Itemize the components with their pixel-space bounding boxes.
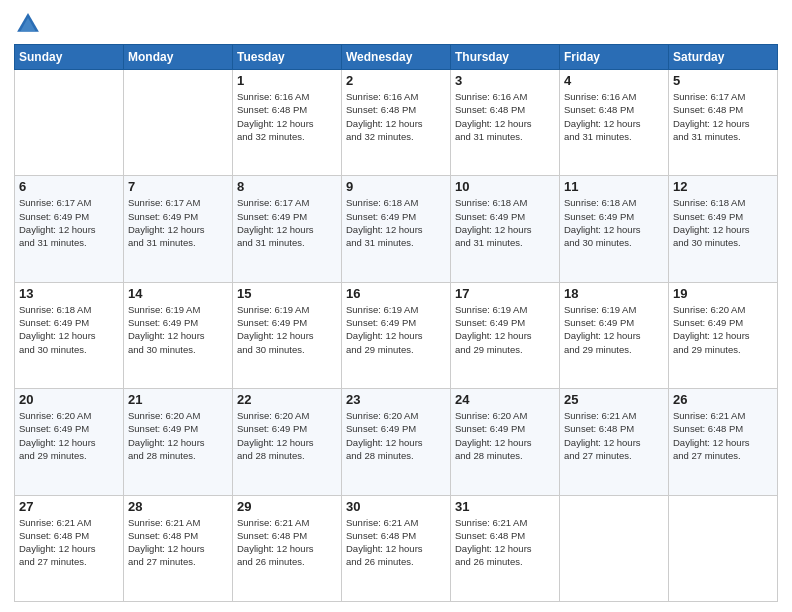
day-info: Sunrise: 6:17 AMSunset: 6:49 PMDaylight:… (19, 196, 119, 249)
day-number: 16 (346, 286, 446, 301)
day-number: 3 (455, 73, 555, 88)
day-number: 8 (237, 179, 337, 194)
day-number: 17 (455, 286, 555, 301)
calendar-cell: 30Sunrise: 6:21 AMSunset: 6:48 PMDayligh… (342, 495, 451, 601)
day-number: 21 (128, 392, 228, 407)
header (14, 10, 778, 38)
day-number: 6 (19, 179, 119, 194)
calendar-cell: 20Sunrise: 6:20 AMSunset: 6:49 PMDayligh… (15, 389, 124, 495)
calendar-cell: 26Sunrise: 6:21 AMSunset: 6:48 PMDayligh… (669, 389, 778, 495)
calendar-week-row: 13Sunrise: 6:18 AMSunset: 6:49 PMDayligh… (15, 282, 778, 388)
calendar-cell: 5Sunrise: 6:17 AMSunset: 6:48 PMDaylight… (669, 70, 778, 176)
calendar-cell (669, 495, 778, 601)
day-info: Sunrise: 6:19 AMSunset: 6:49 PMDaylight:… (455, 303, 555, 356)
day-info: Sunrise: 6:18 AMSunset: 6:49 PMDaylight:… (673, 196, 773, 249)
weekday-header: Monday (124, 45, 233, 70)
day-info: Sunrise: 6:19 AMSunset: 6:49 PMDaylight:… (564, 303, 664, 356)
day-number: 22 (237, 392, 337, 407)
day-info: Sunrise: 6:16 AMSunset: 6:48 PMDaylight:… (564, 90, 664, 143)
day-info: Sunrise: 6:21 AMSunset: 6:48 PMDaylight:… (673, 409, 773, 462)
weekday-header: Saturday (669, 45, 778, 70)
day-number: 28 (128, 499, 228, 514)
day-info: Sunrise: 6:21 AMSunset: 6:48 PMDaylight:… (455, 516, 555, 569)
calendar-cell (15, 70, 124, 176)
day-info: Sunrise: 6:20 AMSunset: 6:49 PMDaylight:… (19, 409, 119, 462)
calendar-cell: 1Sunrise: 6:16 AMSunset: 6:48 PMDaylight… (233, 70, 342, 176)
day-number: 19 (673, 286, 773, 301)
calendar-cell (124, 70, 233, 176)
day-info: Sunrise: 6:21 AMSunset: 6:48 PMDaylight:… (128, 516, 228, 569)
calendar-cell: 6Sunrise: 6:17 AMSunset: 6:49 PMDaylight… (15, 176, 124, 282)
calendar-cell: 2Sunrise: 6:16 AMSunset: 6:48 PMDaylight… (342, 70, 451, 176)
calendar-cell: 8Sunrise: 6:17 AMSunset: 6:49 PMDaylight… (233, 176, 342, 282)
day-number: 2 (346, 73, 446, 88)
calendar-week-row: 1Sunrise: 6:16 AMSunset: 6:48 PMDaylight… (15, 70, 778, 176)
calendar-cell: 31Sunrise: 6:21 AMSunset: 6:48 PMDayligh… (451, 495, 560, 601)
calendar-header-row: SundayMondayTuesdayWednesdayThursdayFrid… (15, 45, 778, 70)
calendar-cell: 27Sunrise: 6:21 AMSunset: 6:48 PMDayligh… (15, 495, 124, 601)
calendar-body: 1Sunrise: 6:16 AMSunset: 6:48 PMDaylight… (15, 70, 778, 602)
day-info: Sunrise: 6:17 AMSunset: 6:49 PMDaylight:… (237, 196, 337, 249)
day-info: Sunrise: 6:16 AMSunset: 6:48 PMDaylight:… (346, 90, 446, 143)
day-number: 15 (237, 286, 337, 301)
day-info: Sunrise: 6:19 AMSunset: 6:49 PMDaylight:… (346, 303, 446, 356)
calendar-week-row: 20Sunrise: 6:20 AMSunset: 6:49 PMDayligh… (15, 389, 778, 495)
day-info: Sunrise: 6:21 AMSunset: 6:48 PMDaylight:… (19, 516, 119, 569)
logo (14, 10, 46, 38)
day-info: Sunrise: 6:20 AMSunset: 6:49 PMDaylight:… (237, 409, 337, 462)
day-info: Sunrise: 6:20 AMSunset: 6:49 PMDaylight:… (128, 409, 228, 462)
day-number: 5 (673, 73, 773, 88)
calendar-cell: 4Sunrise: 6:16 AMSunset: 6:48 PMDaylight… (560, 70, 669, 176)
day-number: 20 (19, 392, 119, 407)
day-number: 23 (346, 392, 446, 407)
calendar-cell: 7Sunrise: 6:17 AMSunset: 6:49 PMDaylight… (124, 176, 233, 282)
day-number: 31 (455, 499, 555, 514)
day-number: 29 (237, 499, 337, 514)
day-number: 13 (19, 286, 119, 301)
calendar-cell: 12Sunrise: 6:18 AMSunset: 6:49 PMDayligh… (669, 176, 778, 282)
day-number: 27 (19, 499, 119, 514)
day-info: Sunrise: 6:21 AMSunset: 6:48 PMDaylight:… (346, 516, 446, 569)
day-number: 10 (455, 179, 555, 194)
day-number: 9 (346, 179, 446, 194)
day-info: Sunrise: 6:20 AMSunset: 6:49 PMDaylight:… (455, 409, 555, 462)
calendar-cell: 18Sunrise: 6:19 AMSunset: 6:49 PMDayligh… (560, 282, 669, 388)
page: SundayMondayTuesdayWednesdayThursdayFrid… (0, 0, 792, 612)
day-number: 26 (673, 392, 773, 407)
calendar-cell: 16Sunrise: 6:19 AMSunset: 6:49 PMDayligh… (342, 282, 451, 388)
day-info: Sunrise: 6:18 AMSunset: 6:49 PMDaylight:… (346, 196, 446, 249)
calendar-week-row: 6Sunrise: 6:17 AMSunset: 6:49 PMDaylight… (15, 176, 778, 282)
day-info: Sunrise: 6:21 AMSunset: 6:48 PMDaylight:… (564, 409, 664, 462)
calendar-cell: 23Sunrise: 6:20 AMSunset: 6:49 PMDayligh… (342, 389, 451, 495)
day-info: Sunrise: 6:18 AMSunset: 6:49 PMDaylight:… (455, 196, 555, 249)
calendar-cell: 28Sunrise: 6:21 AMSunset: 6:48 PMDayligh… (124, 495, 233, 601)
weekday-header: Sunday (15, 45, 124, 70)
day-info: Sunrise: 6:16 AMSunset: 6:48 PMDaylight:… (455, 90, 555, 143)
calendar-week-row: 27Sunrise: 6:21 AMSunset: 6:48 PMDayligh… (15, 495, 778, 601)
day-number: 30 (346, 499, 446, 514)
day-info: Sunrise: 6:20 AMSunset: 6:49 PMDaylight:… (346, 409, 446, 462)
weekday-header: Friday (560, 45, 669, 70)
day-info: Sunrise: 6:20 AMSunset: 6:49 PMDaylight:… (673, 303, 773, 356)
day-info: Sunrise: 6:18 AMSunset: 6:49 PMDaylight:… (564, 196, 664, 249)
calendar-cell: 19Sunrise: 6:20 AMSunset: 6:49 PMDayligh… (669, 282, 778, 388)
calendar-cell: 14Sunrise: 6:19 AMSunset: 6:49 PMDayligh… (124, 282, 233, 388)
day-number: 25 (564, 392, 664, 407)
calendar-cell: 13Sunrise: 6:18 AMSunset: 6:49 PMDayligh… (15, 282, 124, 388)
weekday-header: Wednesday (342, 45, 451, 70)
calendar-cell: 3Sunrise: 6:16 AMSunset: 6:48 PMDaylight… (451, 70, 560, 176)
day-info: Sunrise: 6:19 AMSunset: 6:49 PMDaylight:… (237, 303, 337, 356)
calendar-cell: 15Sunrise: 6:19 AMSunset: 6:49 PMDayligh… (233, 282, 342, 388)
day-info: Sunrise: 6:16 AMSunset: 6:48 PMDaylight:… (237, 90, 337, 143)
weekday-header: Thursday (451, 45, 560, 70)
calendar-cell: 17Sunrise: 6:19 AMSunset: 6:49 PMDayligh… (451, 282, 560, 388)
day-info: Sunrise: 6:21 AMSunset: 6:48 PMDaylight:… (237, 516, 337, 569)
weekday-header: Tuesday (233, 45, 342, 70)
day-info: Sunrise: 6:17 AMSunset: 6:48 PMDaylight:… (673, 90, 773, 143)
day-info: Sunrise: 6:17 AMSunset: 6:49 PMDaylight:… (128, 196, 228, 249)
day-number: 18 (564, 286, 664, 301)
calendar-table: SundayMondayTuesdayWednesdayThursdayFrid… (14, 44, 778, 602)
day-number: 24 (455, 392, 555, 407)
day-number: 4 (564, 73, 664, 88)
day-info: Sunrise: 6:18 AMSunset: 6:49 PMDaylight:… (19, 303, 119, 356)
